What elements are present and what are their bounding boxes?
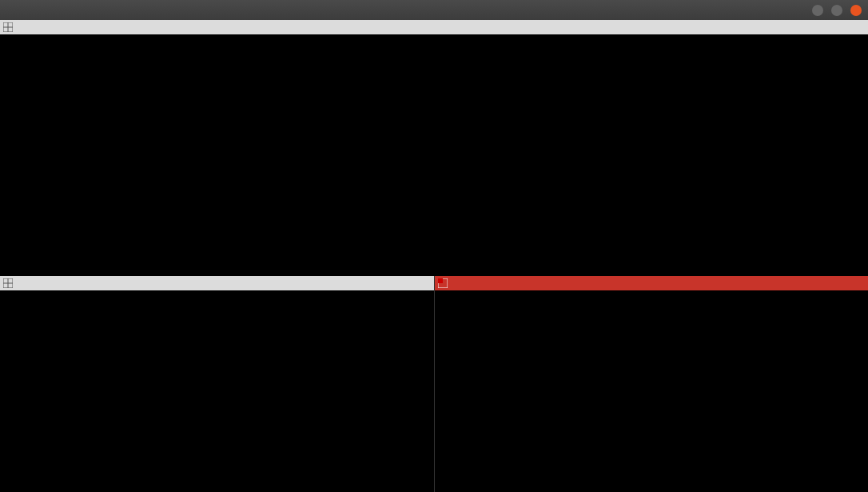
split-icon: [3, 22, 13, 32]
split-icon: [3, 278, 13, 288]
minimize-button[interactable]: [812, 5, 823, 16]
top-pane-tab[interactable]: [0, 20, 868, 34]
right-terminal[interactable]: [435, 290, 869, 492]
left-pane-tab[interactable]: [0, 276, 434, 290]
right-pane: [435, 276, 869, 492]
svg-rect-7: [438, 278, 443, 283]
left-pane: [0, 276, 435, 492]
split-icon: [438, 278, 448, 288]
right-pane-tab[interactable]: [435, 276, 869, 290]
close-button[interactable]: [850, 5, 862, 16]
top-terminal[interactable]: [0, 34, 868, 276]
left-terminal[interactable]: [0, 290, 434, 492]
window-titlebar: [0, 0, 868, 20]
window-controls: [812, 5, 862, 16]
maximize-button[interactable]: [831, 5, 842, 16]
